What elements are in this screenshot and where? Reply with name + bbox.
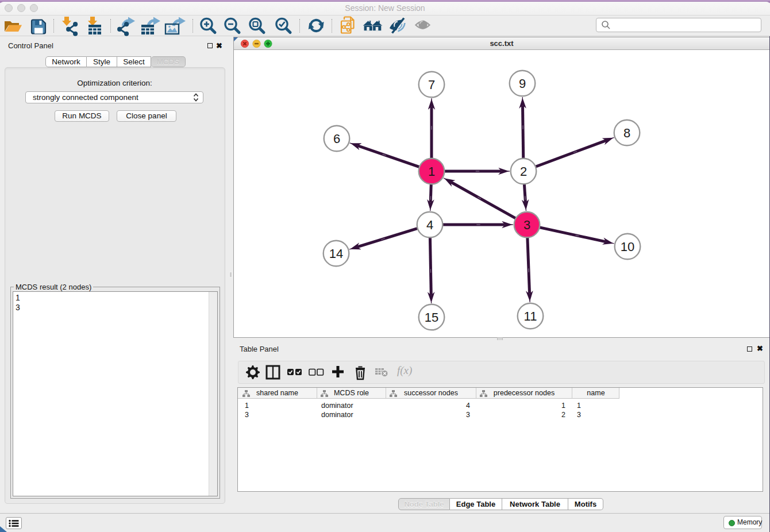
svg-text:9: 9 [519,76,526,91]
svg-text:1: 1 [428,164,435,179]
svg-text:8: 8 [623,126,630,140]
svg-text:2: 2 [520,164,527,179]
svg-text:3: 3 [523,218,530,232]
svg-text:15: 15 [425,310,438,325]
svg-text:6: 6 [333,132,340,146]
svg-text:7: 7 [428,78,435,92]
svg-text:4: 4 [426,218,433,232]
svg-text:10: 10 [621,240,634,254]
svg-text:11: 11 [524,309,537,323]
svg-text:14: 14 [329,246,343,261]
